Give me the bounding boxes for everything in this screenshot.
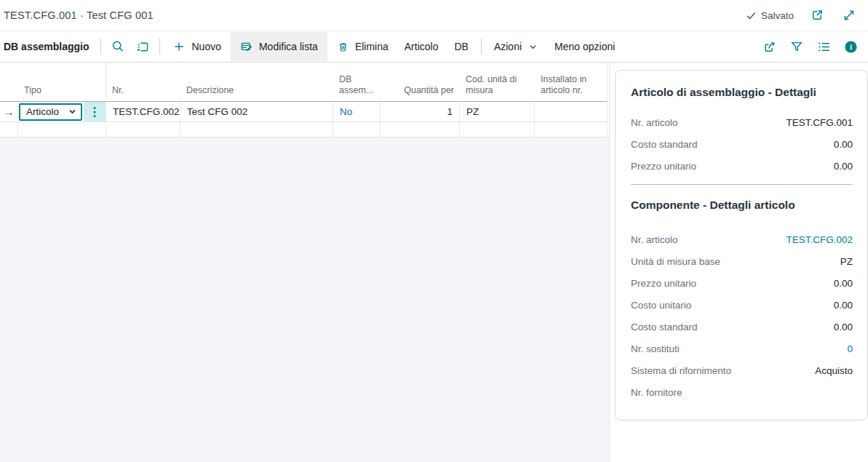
- expand-button[interactable]: [840, 7, 858, 24]
- search-icon: [111, 39, 125, 54]
- cell-options-button[interactable]: [84, 102, 105, 122]
- empty-cell-tipo[interactable]: [18, 122, 106, 138]
- factbox-section-title: Articolo di assemblaggio - Dettagli: [631, 85, 853, 100]
- factbox-row: Sistema di rifornimento Acquisto: [631, 359, 853, 381]
- cell-tipo: Articolo: [18, 102, 106, 122]
- filter-icon: [789, 39, 804, 54]
- db-menu-label: DB: [454, 41, 468, 52]
- filter-button[interactable]: [787, 36, 807, 57]
- more-options-button[interactable]: Meno opzioni: [554, 32, 615, 61]
- column-header-quantita-per[interactable]: Quantità per: [381, 63, 460, 102]
- info-icon: i: [844, 40, 858, 54]
- column-header-cod-unita-misura[interactable]: Cod. unità di misura: [460, 63, 535, 102]
- chevron-down-icon: [527, 41, 538, 52]
- cell-installato-in[interactable]: [535, 102, 608, 122]
- column-header-nr[interactable]: Nr.: [106, 63, 180, 102]
- actions-menu-button[interactable]: Azioni: [494, 32, 538, 61]
- factbox-fields: Nr. articolo TEST.CFG.001 Costo standard…: [631, 111, 853, 177]
- item-menu-button[interactable]: Articolo: [405, 32, 439, 61]
- cell-options-icon: [89, 105, 100, 119]
- empty-cell-quantita-per[interactable]: [381, 122, 460, 138]
- info-button[interactable]: i: [840, 36, 861, 57]
- cell-db-assemblaggio: No: [333, 102, 381, 122]
- column-header-label: Cod. unità di misura: [466, 74, 529, 96]
- field-label: Nr. fornitore: [631, 387, 682, 398]
- empty-cell-db-assemblaggio[interactable]: [333, 122, 381, 138]
- factbox-row: Costo standard 0.00: [631, 133, 853, 155]
- empty-cell-cod-unita-misura[interactable]: [460, 122, 535, 138]
- top-bar: TEST.CFG.001 · Test CFG 001 Salvato: [0, 0, 868, 31]
- column-header-label: Descrizione: [186, 85, 234, 96]
- cell-nr[interactable]: TEST.CFG.002: [106, 102, 180, 122]
- select-chevron-icon: [68, 107, 77, 116]
- cell-value: PZ: [466, 106, 479, 117]
- empty-cell-installato-in[interactable]: [535, 122, 608, 138]
- actions-menu-label: Azioni: [494, 41, 522, 52]
- row-marker: [0, 122, 18, 138]
- delete-button[interactable]: Elimina: [337, 32, 389, 61]
- empty-cell-nr[interactable]: [106, 122, 180, 138]
- page-title: TEST.CFG.001 · Test CFG 001: [4, 9, 154, 21]
- new-button-label: Nuovo: [191, 41, 220, 52]
- cell-descrizione[interactable]: Test CFG 002: [180, 102, 333, 122]
- share-icon: [763, 39, 778, 55]
- column-header-tipo[interactable]: Tipo: [18, 63, 106, 102]
- field-label: Prezzo unitario: [631, 161, 696, 172]
- cell-value: 1: [447, 106, 453, 117]
- factbox-row: Nr. sostituti 0: [631, 338, 853, 359]
- edit-list-button-label: Modifica lista: [259, 41, 318, 52]
- field-label: Nr. articolo: [631, 117, 678, 128]
- field-value: TEST.CFG.001: [786, 117, 853, 128]
- analysis-mode-icon: [136, 40, 150, 54]
- component-item-no-link[interactable]: TEST.CFG.002: [786, 234, 853, 245]
- column-header-db-assemblaggio[interactable]: DB assem...: [333, 63, 381, 102]
- column-header-label: Tipo: [24, 85, 41, 96]
- db-assembly-link[interactable]: No: [340, 106, 352, 117]
- field-label: Sistema di rifornimento: [631, 365, 731, 376]
- factbox-row: Costo unitario 0.00: [631, 294, 853, 316]
- factbox-row: Nr. articolo TEST.CFG.001: [631, 111, 853, 133]
- empty-cell-descrizione[interactable]: [180, 122, 333, 138]
- field-label: Costo standard: [631, 139, 698, 150]
- column-header-descrizione[interactable]: Descrizione: [180, 63, 333, 102]
- column-header-label: Nr.: [112, 85, 124, 96]
- tipo-select-value: Articolo: [26, 106, 59, 117]
- field-value: 0.00: [834, 322, 853, 332]
- toolbar-divider: [159, 39, 160, 55]
- share-button[interactable]: [760, 36, 780, 57]
- empty-list-area: [0, 138, 609, 462]
- cell-quantita-per[interactable]: 1: [381, 102, 460, 122]
- field-label: Costo unitario: [631, 300, 691, 311]
- delete-button-label: Elimina: [355, 41, 389, 52]
- popout-icon: [810, 8, 824, 23]
- search-button[interactable]: [105, 32, 130, 61]
- expand-icon: [842, 8, 856, 23]
- new-button[interactable]: Nuovo: [172, 32, 220, 61]
- choose-layout-button[interactable]: [813, 36, 834, 57]
- field-value: PZ: [840, 256, 853, 267]
- column-header-marker: [0, 63, 18, 102]
- tipo-select[interactable]: Articolo: [19, 103, 82, 121]
- delete-icon: [337, 41, 349, 53]
- field-value: 0.00: [834, 300, 853, 311]
- substitutes-count-link[interactable]: 0: [847, 343, 853, 354]
- saved-check-icon: [746, 10, 757, 21]
- action-bar: DB assemblaggio Nuovo: [0, 31, 868, 63]
- section-divider: [631, 184, 853, 185]
- page-caption: DB assemblaggio: [4, 41, 89, 52]
- field-label: Nr. articolo: [631, 234, 678, 245]
- item-menu-label: Articolo: [405, 41, 439, 52]
- cell-value: Test CFG 002: [187, 106, 247, 117]
- popout-button[interactable]: [808, 7, 826, 24]
- column-header-label: Quantità per: [404, 85, 454, 96]
- row-marker: →: [0, 102, 18, 122]
- column-header-installato-in[interactable]: Installato in articolo nr.: [535, 63, 608, 102]
- edit-list-button[interactable]: Modifica lista: [231, 32, 327, 61]
- toolbar-divider: [100, 39, 101, 55]
- save-status-label: Salvato: [761, 10, 794, 21]
- db-menu-button[interactable]: DB: [454, 32, 468, 61]
- column-header-label: Installato in articolo nr.: [541, 74, 601, 96]
- edit-list-icon: [240, 40, 253, 53]
- cell-cod-unita-misura[interactable]: PZ: [460, 102, 535, 122]
- analysis-mode-button[interactable]: [130, 32, 155, 61]
